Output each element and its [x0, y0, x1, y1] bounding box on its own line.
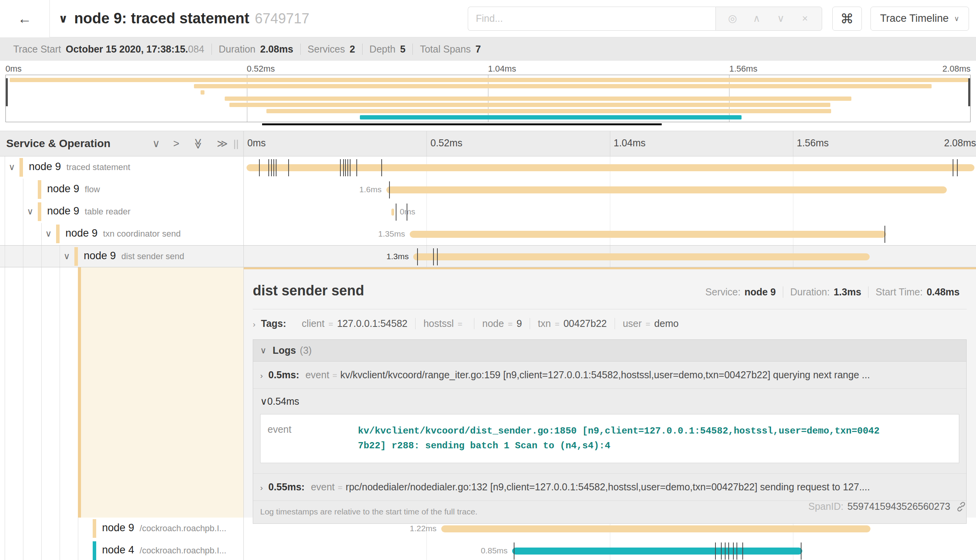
span-row[interactable]: ∨ node 9txn coordinator send 1.35ms — [0, 223, 976, 245]
log-marker-tick — [345, 159, 346, 176]
column-resizer-grip[interactable] — [233, 140, 238, 149]
span-tree-cell[interactable]: node 9/cockroach.roachpb.I... — [0, 518, 243, 540]
span-operation-name: /cockroach.roachpb.I... — [140, 546, 227, 555]
chevron-right-icon: › — [260, 483, 263, 492]
log-entry-header[interactable]: ∨ 0.54ms — [260, 396, 959, 407]
tree-indent-guide — [78, 518, 78, 540]
span-service-name: node 9 — [47, 183, 79, 195]
log-marker-tick — [340, 159, 341, 176]
collapse-one-icon[interactable]: ∨ — [152, 139, 160, 149]
span-bar[interactable] — [410, 231, 886, 238]
selected-span-stripe — [78, 267, 81, 518]
span-row[interactable]: ∨ node 9table reader 0ms — [0, 201, 976, 223]
span-tree-cell[interactable]: ∨ node 9table reader — [0, 201, 243, 223]
span-bar[interactable] — [391, 209, 395, 216]
span-service-name: node 4 — [102, 544, 134, 556]
span-tree-cell[interactable]: ∨ node 9traced statement — [0, 156, 243, 179]
span-row[interactable]: ∨ node 9dist sender send 1.3ms — [0, 245, 976, 267]
log-marker-tick — [396, 204, 396, 221]
span-tree-cell[interactable]: node 9flow — [0, 179, 243, 201]
span-graph-cell[interactable]: 0.85ms — [243, 540, 976, 560]
expander-icon[interactable]: ∨ — [27, 206, 33, 217]
tag-equals: = — [328, 319, 333, 329]
span-bar[interactable] — [441, 525, 870, 532]
clear-search-icon[interactable]: × — [793, 12, 817, 25]
timeline-axis: 0ms0.52ms1.04ms1.56ms2.08ms — [243, 131, 976, 156]
tree-indent-guide — [23, 246, 23, 267]
link-icon[interactable] — [956, 501, 967, 512]
axis-tick-label: 2.08ms — [943, 64, 971, 74]
expander-icon[interactable]: ∨ — [9, 162, 15, 173]
collapse-all-icon[interactable]: ≫ — [193, 138, 203, 149]
tree-indent-guide — [5, 518, 5, 540]
span-bar[interactable] — [512, 548, 802, 555]
span-tree-cell[interactable]: ∨ node 9txn coordinator send — [0, 223, 243, 245]
span-service-name: node 9 — [84, 250, 116, 262]
expand-all-icon[interactable]: ≫ — [217, 139, 228, 149]
span-row[interactable]: node 4/cockroach.roachpb.I... 0.85ms — [0, 540, 976, 560]
span-graph-cell[interactable]: 1.3ms — [243, 246, 976, 267]
log-marker-tick — [343, 159, 344, 176]
tree-indent-guide — [41, 518, 42, 540]
tag-key: txn — [538, 318, 551, 329]
stat-item: Duration 2.08ms — [211, 44, 300, 55]
minimap-span-bar — [194, 84, 932, 88]
log-entry[interactable]: › 0.55ms: event = rpc/nodedialer/nodedia… — [253, 474, 966, 501]
back-arrow-icon: ← — [18, 11, 32, 27]
stat-label: Total Spans — [420, 44, 471, 55]
minimap-canvas[interactable] — [5, 75, 971, 122]
span-graph-cell[interactable] — [243, 156, 976, 179]
minimap-left-handle[interactable] — [6, 78, 8, 106]
log-equals: = — [338, 483, 342, 492]
axis-tick-label: 1.56ms — [729, 64, 758, 74]
logs-header[interactable]: ∨ Logs (3) — [253, 340, 966, 362]
span-bar[interactable] — [247, 164, 975, 171]
collapse-title-icon[interactable]: ∨ — [58, 12, 68, 25]
tree-indent-guide — [41, 540, 42, 560]
span-row[interactable]: node 9flow 1.6ms — [0, 179, 976, 201]
span-color-bar — [74, 247, 78, 266]
tags-row[interactable]: › Tags: client = 127.0.0.1:54582 hostssl… — [253, 318, 967, 329]
back-button[interactable]: ← — [0, 0, 50, 37]
span-duration-label: 1.35ms — [378, 229, 405, 239]
keyboard-shortcuts-button[interactable]: ⌘ — [832, 7, 862, 31]
minimap-span-bar — [225, 97, 851, 101]
span-color-bar — [93, 541, 96, 560]
tag-value: 9 — [516, 318, 522, 329]
span-operation-name: dist sender send — [122, 251, 184, 261]
chevron-right-icon: › — [260, 371, 263, 380]
span-duration-label: 1.3ms — [386, 252, 409, 261]
view-dropdown-button[interactable]: Trace Timeline ∨ — [870, 7, 969, 31]
log-marker-tick — [347, 159, 348, 176]
log-marker-tick — [736, 542, 737, 560]
log-marker-tick — [288, 159, 289, 176]
span-tree-cell[interactable]: ∨ node 9dist sender send — [0, 246, 243, 267]
span-service-name: node 9 — [29, 161, 61, 172]
span-operation-name: traced statement — [67, 162, 130, 172]
log-marker-tick — [957, 159, 958, 176]
expander-icon[interactable]: ∨ — [45, 228, 52, 239]
log-marker-tick — [389, 181, 390, 198]
next-match-icon[interactable]: ∨ — [769, 12, 793, 25]
span-graph-cell[interactable]: 0ms — [243, 201, 976, 223]
tree-indent-guide — [5, 246, 5, 267]
span-bar[interactable] — [386, 186, 947, 193]
tree-indent-guide — [5, 201, 5, 223]
span-tree-cell[interactable]: node 4/cockroach.roachpb.I... — [0, 540, 243, 560]
log-field-key: event — [261, 424, 358, 453]
log-marker-tick — [433, 248, 434, 265]
detail-meta-label: Start Time: — [876, 286, 923, 297]
prev-match-icon[interactable]: ∧ — [745, 12, 769, 25]
span-row[interactable]: ∨ node 9traced statement — [0, 156, 976, 179]
match-highlight-icon[interactable]: ◎ — [721, 12, 745, 25]
span-bar[interactable] — [413, 253, 870, 260]
minimap-right-handle[interactable] — [968, 78, 970, 106]
expand-one-icon[interactable]: > — [173, 139, 180, 149]
expander-icon[interactable]: ∨ — [63, 251, 70, 262]
find-input[interactable] — [468, 7, 715, 31]
column-divider[interactable] — [243, 131, 244, 560]
minimap-scrubber[interactable] — [262, 123, 662, 125]
log-entry[interactable]: › 0.5ms: event = kv/kvclient/kvcoord/ran… — [253, 362, 966, 389]
span-graph-cell[interactable]: 1.6ms — [243, 179, 976, 201]
span-graph-cell[interactable]: 1.35ms — [243, 223, 976, 245]
